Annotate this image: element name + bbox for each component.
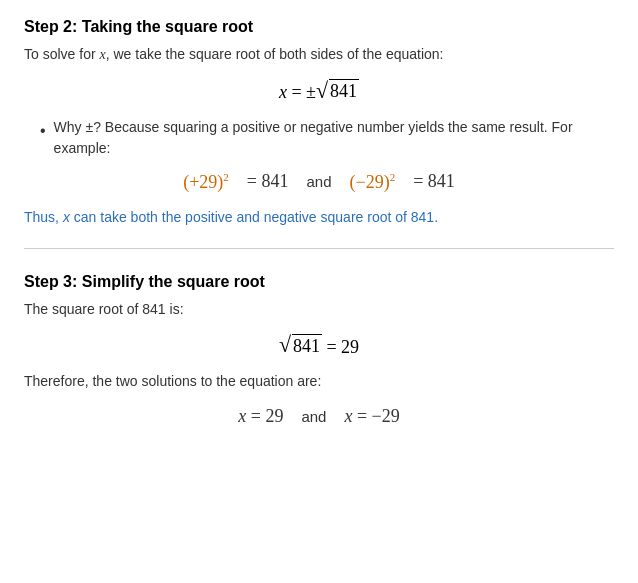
step2-example-equation: (+29)2 = 841 and (−29)2 = 841 xyxy=(24,171,614,193)
therefore-text: Therefore, the two solutions to the equa… xyxy=(24,371,614,392)
step3-heading: Step 3: Simplify the square root xyxy=(24,273,614,291)
solution2: x = −29 xyxy=(344,406,399,427)
exp-left: 2 xyxy=(223,171,229,183)
step2-main-equation: x = ±√841 xyxy=(24,79,614,103)
equals-29: = 29 xyxy=(326,336,359,356)
eq-sign-right: = 841 xyxy=(413,171,455,192)
bullet-text: Why ±? Because squaring a positive or ne… xyxy=(54,117,614,159)
var-x-intro: x xyxy=(99,47,105,62)
step3-intro: The square root of 841 is: xyxy=(24,299,614,320)
radical-sign: √ xyxy=(279,334,291,356)
eq-sign-left: = 841 xyxy=(247,171,289,192)
step2-conclusion: Thus, x Thus, x can take both the positi… xyxy=(24,207,614,228)
example-right: (−29)2 xyxy=(350,171,396,193)
step3-solutions: x = 29 and x = −29 xyxy=(24,406,614,427)
example-left: (+29)2 xyxy=(183,171,229,193)
sqrt-841-step3: √ 841 xyxy=(279,334,322,357)
var-x-conclusion: x xyxy=(63,209,70,225)
bullet-section: • Why ±? Because squaring a positive or … xyxy=(40,117,614,159)
and-word-step3: and xyxy=(301,408,326,425)
solution1: x = 29 xyxy=(238,406,283,427)
exp-right: 2 xyxy=(390,171,396,183)
step2-heading: Step 2: Taking the square root xyxy=(24,18,614,36)
x-equals: x = ± xyxy=(279,82,316,102)
step2-section: Step 2: Taking the square root To solve … xyxy=(24,18,614,228)
step3-sqrt-equation: √ 841 = 29 xyxy=(24,334,614,358)
bullet-item: • Why ±? Because squaring a positive or … xyxy=(40,117,614,159)
bullet-dot: • xyxy=(40,119,46,143)
sqrt-841-main: √841 xyxy=(316,79,359,102)
and-word-step2: and xyxy=(306,173,331,190)
section-divider xyxy=(24,248,614,249)
radicand: 841 xyxy=(292,334,322,357)
step2-intro: To solve for x, To solve for x, we take … xyxy=(24,44,614,65)
step3-section: Step 3: Simplify the square root The squ… xyxy=(24,273,614,428)
